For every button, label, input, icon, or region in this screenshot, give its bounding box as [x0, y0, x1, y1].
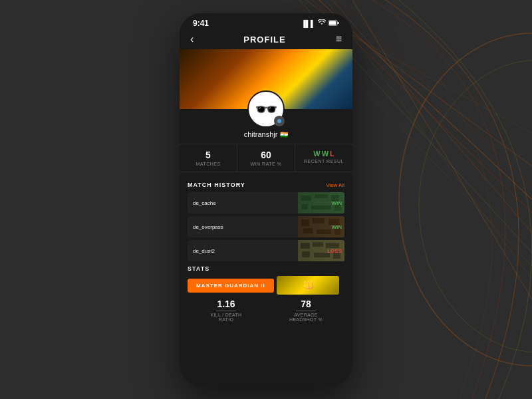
scrollable-content[interactable]: MATCH HISTORY View All de_cache WIN — [180, 178, 352, 386]
svg-rect-14 — [329, 21, 336, 25]
nav-bar: ‹ PROFILE ≡ — [180, 31, 352, 49]
stats-row: 5 MATCHES 60 WIN RATE % W W L RECENT RES… — [180, 144, 352, 172]
match-result-overpass: WIN — [331, 224, 342, 230]
rank-button[interactable]: MASTER GUARDIAN II — [188, 279, 274, 293]
match-item-overpass[interactable]: de_overpass WIN — [188, 216, 344, 237]
signal-icon: ▐▌▌ — [301, 20, 315, 27]
winrate-value: 60 — [261, 150, 271, 160]
svg-rect-34 — [302, 251, 310, 257]
match-item-dust2[interactable]: de_dust2 LOSS — [188, 240, 344, 261]
back-button[interactable]: ‹ — [190, 33, 194, 45]
svg-rect-20 — [301, 204, 308, 209]
svg-rect-28 — [317, 229, 331, 234]
view-all-button[interactable]: View All — [326, 182, 344, 188]
hs-value: 78 — [301, 299, 311, 309]
username-row: chitranshjr 🇮🇳 — [244, 130, 289, 138]
match-thumb-overpass: WIN — [298, 216, 344, 237]
rank-badge: 🔱 — [277, 276, 339, 295]
matches-label: MATCHES — [196, 162, 220, 166]
kd-value: 1.16 — [217, 299, 235, 309]
kd-label: KILL / DEATHRATIO — [211, 313, 242, 322]
steam-badge — [274, 116, 285, 126]
status-bar: 9:41 ▐▌▌ — [180, 13, 352, 31]
svg-rect-24 — [301, 219, 309, 226]
recent-results: W W L — [313, 150, 334, 158]
match-thumb-dust2: LOSS — [298, 240, 344, 261]
svg-point-15 — [277, 119, 281, 123]
stats-section: STATS MASTER GUARDIAN II 🔱 1.16 KILL / D… — [188, 265, 344, 327]
username: chitranshjr — [244, 130, 278, 138]
svg-rect-31 — [301, 243, 310, 249]
match-name-overpass: de_overpass — [188, 224, 298, 230]
battery-icon — [329, 20, 339, 27]
status-icons: ▐▌▌ — [301, 19, 339, 27]
menu-button[interactable]: ≡ — [336, 33, 342, 45]
svg-rect-13 — [338, 22, 339, 24]
svg-rect-21 — [311, 205, 331, 209]
hs-divider — [296, 311, 316, 311]
match-history-header: MATCH HISTORY View All — [188, 182, 344, 188]
svg-text:🔱: 🔱 — [302, 280, 314, 291]
phone-container: 9:41 ▐▌▌ ‹ PROFILE ≡ 🕶️ chitranshjr — [180, 13, 352, 386]
svg-rect-18 — [315, 194, 328, 198]
match-result-dust2: LOSS — [327, 248, 342, 254]
kd-divider — [216, 311, 236, 311]
avatar-section: 🕶️ chitranshjr 🇮🇳 — [180, 90, 352, 144]
svg-rect-25 — [313, 218, 325, 223]
flag-icon: 🇮🇳 — [280, 131, 288, 138]
kd-stat: 1.16 KILL / DEATHRATIO — [188, 299, 265, 327]
stats-title: STATS — [188, 265, 209, 272]
wifi-icon — [318, 19, 326, 27]
match-history-title: MATCH HISTORY — [188, 182, 245, 188]
result-w-1: W — [313, 150, 320, 158]
winrate-stat: 60 WIN RATE % — [237, 144, 295, 172]
avatar: 🕶️ — [247, 90, 285, 128]
svg-line-7 — [339, 0, 532, 186]
svg-point-11 — [419, 60, 532, 352]
winrate-label: WIN RATE % — [251, 162, 282, 166]
avatar-icon: 🕶️ — [255, 98, 278, 120]
svg-rect-27 — [303, 228, 313, 233]
svg-line-9 — [326, 0, 532, 279]
svg-rect-32 — [313, 242, 323, 247]
svg-point-10 — [399, 33, 532, 366]
stats-header: STATS — [188, 265, 344, 272]
hs-label: AVERAGEHEADSHOT % — [289, 313, 323, 322]
matches-value: 5 — [205, 150, 211, 160]
status-time: 9:41 — [193, 19, 209, 28]
match-item-cache[interactable]: de_cache WIN — [188, 192, 344, 213]
matches-stat: 5 MATCHES — [180, 144, 237, 172]
match-name-dust2: de_dust2 — [188, 248, 298, 254]
rank-row: MASTER GUARDIAN II 🔱 — [188, 276, 344, 295]
result-w-2: W — [322, 150, 329, 158]
match-thumb-cache: WIN — [298, 192, 344, 213]
hs-stat: 78 AVERAGEHEADSHOT % — [267, 299, 344, 327]
svg-line-4 — [352, 0, 532, 299]
recent-results-stat: W W L RECENT RESUL — [295, 144, 352, 172]
detailed-stats: 1.16 KILL / DEATHRATIO 78 AVERAGEHEADSHO… — [188, 299, 344, 327]
match-name-cache: de_cache — [188, 200, 298, 206]
page-title: PROFILE — [243, 35, 285, 45]
match-result-cache: WIN — [331, 200, 342, 206]
svg-rect-17 — [301, 196, 311, 201]
recent-results-label: RECENT RESUL — [304, 159, 344, 164]
result-l-1: L — [330, 150, 334, 158]
svg-line-2 — [332, 0, 532, 233]
